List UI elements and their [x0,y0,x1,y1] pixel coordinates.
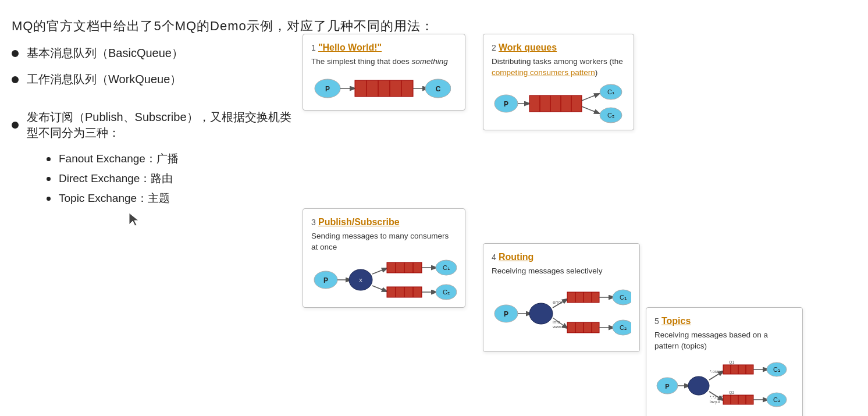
card2-link-text[interactable]: competing consumers pattern [492,68,595,77]
bullet-basicqueue: 基本消息队列（BasicQueue） [12,45,297,61]
right-panel: 1 "Hello World!" The simplest thing that… [303,45,856,416]
svg-text:C₁: C₁ [443,264,450,271]
svg-text:C₁: C₁ [620,294,627,301]
svg-text:P: P [665,383,669,390]
card4-desc: Receiving messages selectively [492,266,630,277]
svg-text:C₂: C₂ [607,112,614,119]
svg-marker-0 [129,213,138,226]
svg-text:P: P [325,85,330,93]
svg-text:C: C [436,85,441,93]
bullet-pubsub-label: 发布订阅（Publish、Subscribe），又根据交换机类型不同分为三种： [27,109,297,141]
svg-text:lazy.#: lazy.# [710,400,720,404]
svg-text:C₂: C₂ [620,324,627,331]
card3-link[interactable]: Publish/Subscribe [318,217,400,227]
subbullet-direct-label: Direct Exchange：路由 [59,171,173,186]
svg-text:P: P [504,100,508,108]
svg-text:C₁: C₁ [773,366,780,373]
card5-desc: Receiving messages based on a pattern (t… [654,330,793,352]
svg-text:Q2: Q2 [729,390,734,395]
sub-dot [47,157,51,161]
bullet-dot [12,50,19,57]
card2-num: 2 [492,43,496,52]
svg-text:P: P [504,310,508,318]
cursor-icon [128,212,140,226]
svg-text:X: X [359,278,362,283]
card3-diagram: P X [311,258,456,301]
card2-link[interactable]: Work queues [499,42,557,52]
bullet-dot [12,76,19,83]
card4-num: 4 [492,253,496,262]
card4-link[interactable]: Routing [499,252,533,262]
card5-title: 5 Topics [654,316,793,326]
subbullet-fanout-label: Fanout Exchange：广播 [59,151,179,166]
svg-rect-15 [529,95,582,112]
svg-text:C₂: C₂ [443,289,450,296]
card-helloworld: 1 "Hello World!" The simplest thing that… [303,34,465,111]
card5-num: 5 [654,317,659,326]
card1-link[interactable]: "Hello World!" [318,42,382,52]
bullet-workqueue: 工作消息队列（WorkQueue） [12,72,297,87]
subbullet-direct: Direct Exchange：路由 [47,171,297,186]
sub-dot [47,177,51,181]
card2-title: 2 Work queues [492,42,624,53]
svg-point-50 [529,303,553,324]
card2-desc: Distributing tasks among workers (the co… [492,56,624,79]
card5-diagram: P *.orange.* *.*.rabbit lazy.# [654,357,793,415]
sub-dot [47,197,51,201]
card4-diagram: P error info warning [492,282,630,346]
card4-title: 4 Routing [492,252,630,262]
card1-desc: The simplest thing that does something [311,56,456,67]
svg-line-32 [372,286,387,291]
card1-title: 1 "Hello World!" [311,42,456,53]
svg-text:P: P [323,276,328,285]
card-workqueues: 2 Work queues Distributing tasks among w… [483,34,634,130]
svg-text:C₂: C₂ [773,396,780,403]
svg-text:C₁: C₁ [607,88,614,95]
svg-text:Q1: Q1 [729,360,734,365]
bullet-dot [12,122,19,129]
subbullet-topic-label: Topic Exchange：主题 [59,191,170,206]
subbullet-topic: Topic Exchange：主题 [47,191,297,206]
card-routing: 4 Routing Receiving messages selectively… [483,243,640,352]
subbullet-fanout: Fanout Exchange：广播 [47,151,297,166]
svg-point-73 [688,376,709,395]
card5-link[interactable]: Topics [661,316,691,326]
bullet-workqueue-label: 工作消息队列（WorkQueue） [27,72,182,87]
bullet-basicqueue-label: 基本消息队列（BasicQueue） [27,45,183,61]
card1-diagram: P C [311,72,456,104]
sub-bullets: Fanout Exchange：广播 Direct Exchange：路由 To… [47,151,297,206]
card3-num: 3 [311,218,316,227]
left-panel: 基本消息队列（BasicQueue） 工作消息队列（WorkQueue） 发布订… [12,45,303,229]
svg-text:warning: warning [552,324,569,329]
svg-line-21 [582,106,599,113]
card3-desc: Sending messages to many consumers at on… [311,231,456,253]
svg-rect-4 [355,80,413,97]
card1-num: 1 [311,43,316,52]
card3-title: 3 Publish/Subscribe [311,217,456,227]
svg-line-20 [582,94,599,101]
svg-line-31 [372,268,387,274]
card-topics: 5 Topics Receiving messages based on a p… [646,307,803,416]
bullet-pubsub: 发布订阅（Publish、Subscribe），又根据交换机类型不同分为三种： [12,109,297,141]
page-title: MQ的官方文档中给出了5个MQ的Demo示例，对应了几种不同的用法： [12,17,856,35]
card-pubsub: 3 Publish/Subscribe Sending messages to … [303,208,465,308]
card2-diagram: P C₁ C₂ [492,83,624,124]
